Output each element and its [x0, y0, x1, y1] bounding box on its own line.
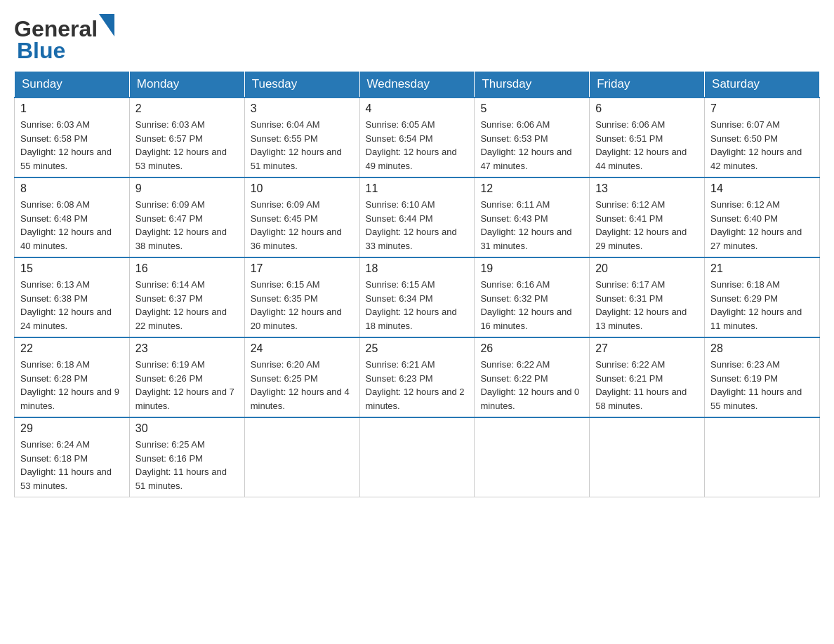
calendar-cell: 30 Sunrise: 6:25 AMSunset: 6:16 PMDaylig… [129, 417, 244, 497]
day-info: Sunrise: 6:07 AMSunset: 6:50 PMDaylight:… [710, 118, 814, 173]
day-number: 2 [135, 102, 239, 115]
day-info: Sunrise: 6:12 AMSunset: 6:41 PMDaylight:… [595, 198, 699, 253]
calendar-cell: 6 Sunrise: 6:06 AMSunset: 6:51 PMDayligh… [590, 98, 705, 177]
day-of-week-header: Saturday [705, 72, 820, 98]
day-info: Sunrise: 6:06 AMSunset: 6:51 PMDaylight:… [595, 118, 699, 173]
day-of-week-header: Friday [590, 72, 705, 98]
calendar-cell: 10 Sunrise: 6:09 AMSunset: 6:45 PMDaylig… [244, 177, 359, 257]
day-info: Sunrise: 6:14 AMSunset: 6:37 PMDaylight:… [135, 278, 239, 333]
day-info: Sunrise: 6:15 AMSunset: 6:34 PMDaylight:… [366, 278, 469, 333]
calendar-cell: 21 Sunrise: 6:18 AMSunset: 6:29 PMDaylig… [705, 257, 820, 337]
calendar-cell: 24 Sunrise: 6:20 AMSunset: 6:25 PMDaylig… [244, 337, 359, 417]
day-of-week-header: Sunday [15, 72, 130, 98]
calendar-cell: 2 Sunrise: 6:03 AMSunset: 6:57 PMDayligh… [129, 98, 244, 177]
day-info: Sunrise: 6:15 AMSunset: 6:35 PMDaylight:… [251, 278, 354, 333]
day-info: Sunrise: 6:19 AMSunset: 6:26 PMDaylight:… [135, 358, 239, 412]
day-number: 6 [595, 102, 699, 115]
day-info: Sunrise: 6:16 AMSunset: 6:32 PMDaylight:… [480, 278, 583, 333]
day-number: 24 [251, 342, 354, 355]
day-info: Sunrise: 6:25 AMSunset: 6:16 PMDaylight:… [135, 438, 239, 492]
day-number: 14 [710, 182, 814, 195]
calendar-cell: 23 Sunrise: 6:19 AMSunset: 6:26 PMDaylig… [129, 337, 244, 417]
day-info: Sunrise: 6:18 AMSunset: 6:29 PMDaylight:… [710, 278, 814, 333]
day-number: 30 [135, 422, 239, 435]
calendar-cell: 25 Sunrise: 6:21 AMSunset: 6:23 PMDaylig… [359, 337, 475, 417]
day-number: 3 [251, 102, 354, 115]
day-info: Sunrise: 6:11 AMSunset: 6:43 PMDaylight:… [480, 198, 583, 253]
calendar-cell: 15 Sunrise: 6:13 AMSunset: 6:38 PMDaylig… [15, 257, 130, 337]
day-number: 9 [135, 182, 239, 195]
calendar-cell: 11 Sunrise: 6:10 AMSunset: 6:44 PMDaylig… [359, 177, 475, 257]
day-number: 1 [20, 102, 124, 115]
day-info: Sunrise: 6:05 AMSunset: 6:54 PMDaylight:… [366, 118, 469, 173]
day-info: Sunrise: 6:18 AMSunset: 6:28 PMDaylight:… [20, 358, 124, 412]
calendar-cell: 29 Sunrise: 6:24 AMSunset: 6:18 PMDaylig… [15, 417, 130, 497]
calendar-cell: 12 Sunrise: 6:11 AMSunset: 6:43 PMDaylig… [475, 177, 590, 257]
day-number: 22 [20, 342, 124, 355]
calendar-cell: 3 Sunrise: 6:04 AMSunset: 6:55 PMDayligh… [244, 98, 359, 177]
day-number: 8 [20, 182, 124, 195]
day-number: 4 [366, 102, 469, 115]
day-number: 28 [710, 342, 814, 355]
logo-blue-text: Blue [17, 38, 65, 63]
day-number: 25 [366, 342, 469, 355]
logo: General Blue [14, 14, 114, 64]
day-number: 13 [595, 182, 699, 195]
day-info: Sunrise: 6:21 AMSunset: 6:23 PMDaylight:… [366, 358, 469, 412]
day-info: Sunrise: 6:20 AMSunset: 6:25 PMDaylight:… [251, 358, 354, 412]
calendar-week-row: 1 Sunrise: 6:03 AMSunset: 6:58 PMDayligh… [15, 98, 820, 177]
day-number: 7 [710, 102, 814, 115]
day-info: Sunrise: 6:10 AMSunset: 6:44 PMDaylight:… [366, 198, 469, 253]
day-info: Sunrise: 6:09 AMSunset: 6:45 PMDaylight:… [251, 198, 354, 253]
day-number: 27 [595, 342, 699, 355]
calendar-cell: 8 Sunrise: 6:08 AMSunset: 6:48 PMDayligh… [15, 177, 130, 257]
calendar-cell: 27 Sunrise: 6:22 AMSunset: 6:21 PMDaylig… [590, 337, 705, 417]
day-info: Sunrise: 6:06 AMSunset: 6:53 PMDaylight:… [480, 118, 583, 173]
calendar-cell [705, 417, 820, 497]
day-info: Sunrise: 6:22 AMSunset: 6:22 PMDaylight:… [480, 358, 583, 412]
calendar-table: SundayMondayTuesdayWednesdayThursdayFrid… [14, 71, 820, 497]
calendar-cell [359, 417, 475, 497]
day-number: 10 [251, 182, 354, 195]
calendar-cell: 28 Sunrise: 6:23 AMSunset: 6:19 PMDaylig… [705, 337, 820, 417]
day-number: 29 [20, 422, 124, 435]
calendar-cell: 26 Sunrise: 6:22 AMSunset: 6:22 PMDaylig… [475, 337, 590, 417]
day-number: 21 [710, 262, 814, 275]
calendar-cell: 14 Sunrise: 6:12 AMSunset: 6:40 PMDaylig… [705, 177, 820, 257]
day-info: Sunrise: 6:12 AMSunset: 6:40 PMDaylight:… [710, 198, 814, 253]
calendar-cell: 22 Sunrise: 6:18 AMSunset: 6:28 PMDaylig… [15, 337, 130, 417]
day-info: Sunrise: 6:03 AMSunset: 6:58 PMDaylight:… [20, 118, 124, 173]
calendar-cell: 17 Sunrise: 6:15 AMSunset: 6:35 PMDaylig… [244, 257, 359, 337]
day-of-week-header: Thursday [475, 72, 590, 98]
svg-marker-0 [99, 14, 114, 36]
day-number: 26 [480, 342, 583, 355]
calendar-cell: 7 Sunrise: 6:07 AMSunset: 6:50 PMDayligh… [705, 98, 820, 177]
calendar-cell: 4 Sunrise: 6:05 AMSunset: 6:54 PMDayligh… [359, 98, 475, 177]
page-header: General Blue [14, 14, 820, 64]
day-info: Sunrise: 6:03 AMSunset: 6:57 PMDaylight:… [135, 118, 239, 173]
calendar-cell: 13 Sunrise: 6:12 AMSunset: 6:41 PMDaylig… [590, 177, 705, 257]
calendar-cell [475, 417, 590, 497]
day-of-week-header: Wednesday [359, 72, 475, 98]
day-info: Sunrise: 6:04 AMSunset: 6:55 PMDaylight:… [251, 118, 354, 173]
day-number: 5 [480, 102, 583, 115]
calendar-week-row: 22 Sunrise: 6:18 AMSunset: 6:28 PMDaylig… [15, 337, 820, 417]
day-of-week-header: Tuesday [244, 72, 359, 98]
calendar-cell: 1 Sunrise: 6:03 AMSunset: 6:58 PMDayligh… [15, 98, 130, 177]
day-info: Sunrise: 6:13 AMSunset: 6:38 PMDaylight:… [20, 278, 124, 333]
day-number: 11 [366, 182, 469, 195]
day-number: 23 [135, 342, 239, 355]
day-of-week-header: Monday [129, 72, 244, 98]
calendar-cell: 16 Sunrise: 6:14 AMSunset: 6:37 PMDaylig… [129, 257, 244, 337]
day-number: 15 [20, 262, 124, 275]
day-info: Sunrise: 6:17 AMSunset: 6:31 PMDaylight:… [595, 278, 699, 333]
day-info: Sunrise: 6:09 AMSunset: 6:47 PMDaylight:… [135, 198, 239, 253]
calendar-cell: 18 Sunrise: 6:15 AMSunset: 6:34 PMDaylig… [359, 257, 475, 337]
calendar-cell [244, 417, 359, 497]
calendar-week-row: 15 Sunrise: 6:13 AMSunset: 6:38 PMDaylig… [15, 257, 820, 337]
day-info: Sunrise: 6:24 AMSunset: 6:18 PMDaylight:… [20, 438, 124, 492]
calendar-cell: 5 Sunrise: 6:06 AMSunset: 6:53 PMDayligh… [475, 98, 590, 177]
day-number: 12 [480, 182, 583, 195]
day-number: 19 [480, 262, 583, 275]
calendar-header-row: SundayMondayTuesdayWednesdayThursdayFrid… [15, 72, 820, 98]
